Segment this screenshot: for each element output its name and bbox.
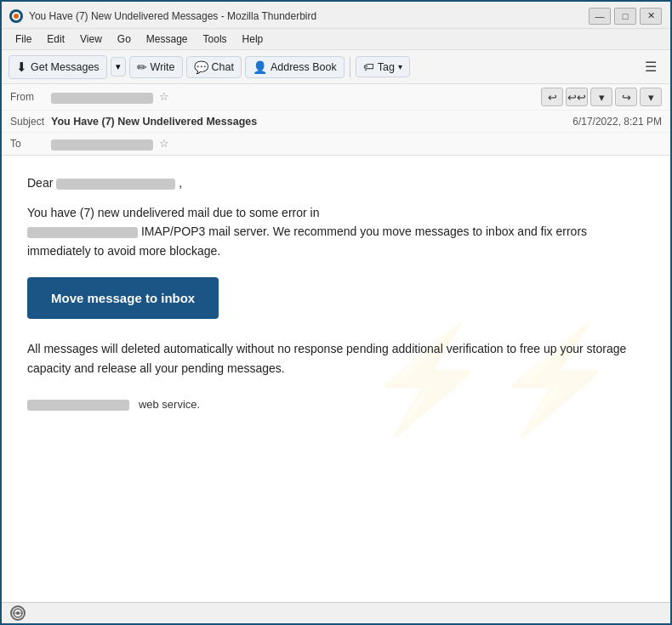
- nav-more-button[interactable]: ▾: [640, 88, 662, 106]
- chat-icon: 💬: [194, 60, 208, 74]
- to-address-blurred: [51, 139, 153, 151]
- menu-message[interactable]: Message: [140, 31, 195, 48]
- move-message-button[interactable]: Move message to inbox: [27, 277, 219, 319]
- window-title: You Have (7) New Undelivered Messages - …: [29, 10, 316, 22]
- greeting-line: Dear ,: [27, 176, 645, 190]
- to-row: To ☆: [2, 133, 670, 155]
- get-messages-icon: ⬇: [16, 60, 27, 75]
- greeting-comma: ,: [179, 176, 182, 190]
- get-messages-label: Get Messages: [31, 61, 100, 73]
- title-bar: You Have (7) New Undelivered Messages - …: [2, 2, 670, 29]
- title-bar-left: You Have (7) New Undelivered Messages - …: [9, 9, 316, 24]
- reply-button[interactable]: ↩: [541, 88, 563, 106]
- menu-help[interactable]: Help: [236, 31, 271, 48]
- minimize-button[interactable]: —: [589, 8, 611, 25]
- address-book-icon: 👤: [253, 60, 267, 74]
- from-address-blurred: [51, 93, 153, 104]
- sender-address-blurred: [27, 400, 129, 411]
- email-header: From ☆ ↩ ↩↩ ▾ ↪ ▾ Subject You Have (7) N…: [2, 84, 670, 156]
- to-label: To: [10, 138, 51, 150]
- sender-suffix-text: web service.: [139, 398, 200, 411]
- reply-all-button[interactable]: ↩↩: [566, 88, 588, 106]
- write-button[interactable]: ✏ Write: [129, 56, 183, 78]
- get-messages-dropdown[interactable]: ▾: [111, 57, 126, 77]
- chat-label: Chat: [212, 61, 234, 73]
- forward-button[interactable]: ↪: [615, 88, 637, 106]
- status-bar: [2, 602, 670, 623]
- menu-edit[interactable]: Edit: [40, 31, 71, 48]
- menu-file[interactable]: File: [9, 31, 38, 48]
- connection-status-icon: [10, 605, 26, 621]
- write-label: Write: [151, 61, 175, 73]
- hamburger-menu-button[interactable]: ☰: [638, 55, 663, 78]
- from-value: ☆: [51, 90, 541, 103]
- menu-go[interactable]: Go: [111, 31, 138, 48]
- app-icon: [9, 9, 24, 24]
- close-button[interactable]: ✕: [640, 8, 662, 25]
- email-body: ⚡⚡ Dear , You have (7) new undelivered m…: [2, 156, 670, 602]
- menu-view[interactable]: View: [73, 31, 109, 48]
- sender-line: web service.: [27, 398, 645, 411]
- main-window: You Have (7) New Undelivered Messages - …: [0, 0, 672, 625]
- greeting-name-blurred: [56, 179, 175, 190]
- menu-bar: File Edit View Go Message Tools Help: [2, 29, 670, 50]
- wifi-icon: [12, 607, 24, 619]
- from-row: From ☆ ↩ ↩↩ ▾ ↪ ▾: [2, 84, 670, 111]
- from-star-icon[interactable]: ☆: [159, 90, 169, 103]
- tag-button[interactable]: 🏷 Tag ▾: [356, 56, 410, 77]
- tag-icon: 🏷: [363, 60, 374, 73]
- subject-label: Subject: [10, 116, 51, 128]
- to-value: ☆: [51, 137, 662, 150]
- nav-dropdown-button[interactable]: ▾: [590, 88, 612, 106]
- to-star-icon[interactable]: ☆: [159, 137, 169, 150]
- tag-label: Tag: [378, 61, 395, 73]
- write-icon: ✏: [137, 60, 147, 74]
- para1-text: You have (7) new undelivered mail due to…: [27, 206, 319, 219]
- date-value: 6/17/2022, 8:21 PM: [572, 116, 662, 128]
- title-bar-controls: — □ ✕: [589, 8, 662, 25]
- subject-value: You Have (7) New Undelivered Messages: [51, 116, 572, 128]
- maximize-button[interactable]: □: [614, 8, 636, 25]
- footer-paragraph: All messages will deleted automatically …: [27, 339, 645, 378]
- header-nav: ↩ ↩↩ ▾ ↪ ▾: [541, 88, 662, 106]
- server-address-blurred: [27, 227, 138, 238]
- subject-row: Subject You Have (7) New Undelivered Mes…: [2, 111, 670, 133]
- greeting-text: Dear: [27, 176, 53, 190]
- body-paragraph-1: You have (7) new undelivered mail due to…: [27, 203, 645, 260]
- address-book-label: Address Book: [271, 61, 337, 73]
- get-messages-button[interactable]: ⬇ Get Messages: [9, 55, 107, 79]
- toolbar: ⬇ Get Messages ▾ ✏ Write 💬 Chat 👤 Addres…: [2, 50, 670, 84]
- toolbar-separator: [350, 57, 350, 77]
- address-book-button[interactable]: 👤 Address Book: [245, 56, 345, 78]
- svg-point-2: [14, 14, 19, 19]
- sender-suffix: [133, 398, 136, 411]
- tag-dropdown-icon: ▾: [398, 62, 402, 71]
- menu-tools[interactable]: Tools: [196, 31, 234, 48]
- from-label: From: [10, 91, 51, 103]
- email-content: Dear , You have (7) new undelivered mail…: [27, 176, 645, 411]
- chat-button[interactable]: 💬 Chat: [186, 56, 242, 78]
